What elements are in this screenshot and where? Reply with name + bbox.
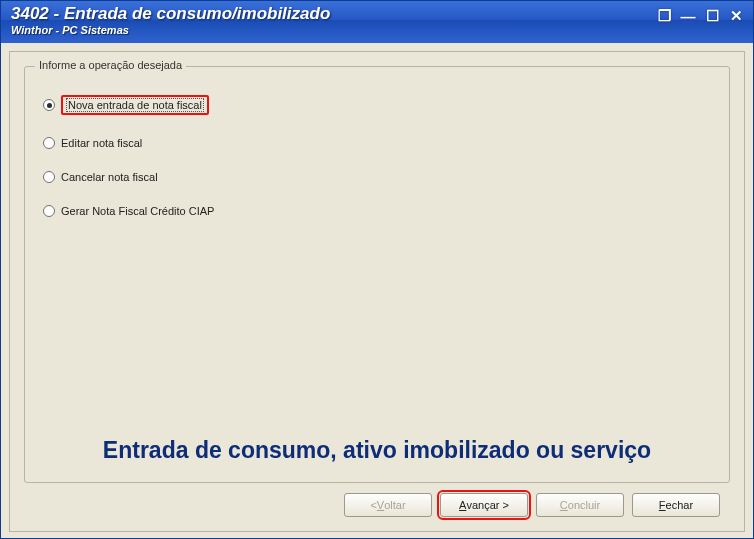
radio-icon xyxy=(43,205,55,217)
back-button: < Voltar xyxy=(344,493,432,517)
btn-rest: oncluir xyxy=(568,499,600,511)
titlebar: 3402 - Entrada de consumo/imobilizado Wi… xyxy=(1,1,753,43)
content-panel: Informe a operação desejada Nova entrada… xyxy=(9,51,745,532)
content-outer: Informe a operação desejada Nova entrada… xyxy=(1,43,753,538)
wizard-button-bar: < Voltar Avançar > Concluir Fechar xyxy=(24,483,730,521)
radio-icon xyxy=(43,171,55,183)
btn-u: V xyxy=(377,499,384,511)
radio-label: Cancelar nota fiscal xyxy=(61,171,158,183)
btn-u: C xyxy=(560,499,568,511)
radio-icon xyxy=(43,137,55,149)
radio-option-gerar-ciap[interactable]: Gerar Nota Fiscal Crédito CIAP xyxy=(43,205,715,217)
radio-label: Editar nota fiscal xyxy=(61,137,142,149)
app-window: 3402 - Entrada de consumo/imobilizado Wi… xyxy=(0,0,754,539)
banner-text: Entrada de consumo, ativo imobilizado ou… xyxy=(25,437,729,464)
titlebar-controls: ❐ — ☐ ✕ xyxy=(655,5,745,25)
radio-label: Gerar Nota Fiscal Crédito CIAP xyxy=(61,205,214,217)
minimize-icon[interactable]: — xyxy=(679,8,697,25)
highlight-box: Nova entrada de nota fiscal xyxy=(61,95,209,115)
titlebar-texts: 3402 - Entrada de consumo/imobilizado Wi… xyxy=(11,5,655,36)
radio-icon xyxy=(43,99,55,111)
radio-option-cancelar[interactable]: Cancelar nota fiscal xyxy=(43,171,715,183)
finish-button: Concluir xyxy=(536,493,624,517)
close-icon[interactable]: ✕ xyxy=(727,7,745,25)
operation-groupbox: Informe a operação desejada Nova entrada… xyxy=(24,66,730,483)
next-button[interactable]: Avançar > xyxy=(440,493,528,517)
btn-u: A xyxy=(459,499,466,511)
groupbox-legend: Informe a operação desejada xyxy=(35,59,186,71)
btn-rest: vançar > xyxy=(466,499,509,511)
window-subtitle: Winthor - PC Sistemas xyxy=(11,24,655,36)
btn-u: F xyxy=(659,499,666,511)
maximize-icon[interactable]: ☐ xyxy=(703,7,721,25)
radio-label: Nova entrada de nota fiscal xyxy=(67,99,203,111)
radio-option-editar[interactable]: Editar nota fiscal xyxy=(43,137,715,149)
btn-rest: echar xyxy=(666,499,694,511)
btn-rest: oltar xyxy=(384,499,405,511)
restore-icon[interactable]: ❐ xyxy=(655,7,673,25)
radio-option-nova-entrada[interactable]: Nova entrada de nota fiscal xyxy=(43,95,715,115)
window-title: 3402 - Entrada de consumo/imobilizado xyxy=(11,5,655,24)
close-button[interactable]: Fechar xyxy=(632,493,720,517)
